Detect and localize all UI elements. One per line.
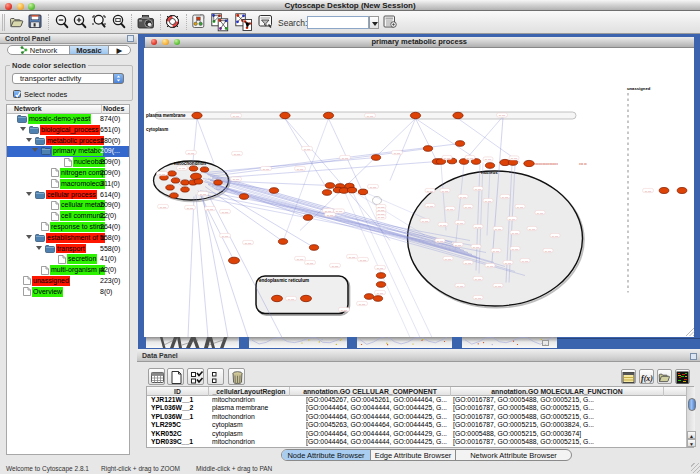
svg-text:xx xxx: xx xxx	[341, 308, 348, 311]
svg-text:xx xxx: xx xxx	[495, 227, 502, 230]
svg-text:xx xxx: xx xxx	[427, 189, 434, 192]
svg-text:xx xxx: xx xxx	[222, 210, 229, 213]
svg-text:xx xxx: xx xxx	[487, 264, 494, 267]
svg-text:xx xxx: xx xxx	[495, 284, 502, 287]
svg-text:xx xxx: xx xxx	[442, 189, 449, 192]
svg-text:xx xxx: xx xxx	[517, 205, 524, 208]
svg-text:plasma membrane: plasma membrane	[146, 113, 186, 118]
svg-text:xx xxx: xx xxx	[377, 291, 384, 294]
svg-text:xx xxx: xx xxx	[455, 243, 462, 246]
svg-text:xx xxx: xx xxx	[485, 199, 492, 202]
svg-text:xx xxx: xx xxx	[467, 156, 474, 159]
svg-text:xx xxx: xx xxx	[342, 156, 349, 159]
svg-text:xx xxx: xx xxx	[200, 192, 207, 195]
svg-text:xx xxx: xx xxx	[499, 114, 506, 117]
svg-text:xx xxx: xx xxx	[473, 245, 480, 248]
svg-text:xx xxx: xx xxx	[475, 277, 482, 280]
svg-text:xx xxx: xx xxx	[485, 158, 492, 161]
svg-text:xx xxx: xx xxx	[505, 261, 512, 264]
svg-text:xx xxx: xx xxx	[465, 205, 472, 208]
svg-text:f(x): f(x)	[641, 374, 653, 383]
svg-text:xx xxx: xx xxx	[529, 227, 536, 230]
svg-text:xx xxx: xx xxx	[222, 234, 229, 237]
svg-text:xx xxx: xx xxx	[187, 206, 194, 209]
svg-text:xx xxx: xx xxx	[360, 258, 367, 261]
svg-text:xx xxx: xx xxx	[332, 264, 339, 267]
svg-text:xx xxx: xx xxx	[263, 167, 270, 170]
svg-text:xx xxx: xx xxx	[552, 234, 559, 237]
svg-text:xx xxx: xx xxx	[160, 205, 167, 208]
svg-text:xx xxx: xx xxx	[349, 255, 356, 258]
svg-text:xx xxx: xx xxx	[179, 167, 186, 170]
svg-text:xx xxx: xx xxx	[522, 259, 529, 262]
svg-text:xxxxxxxxxxxxxxxxx: xxxxxxxxxxxxxxxxx	[534, 161, 558, 165]
svg-text:xx xxx: xx xxx	[511, 157, 518, 160]
svg-text:xx xxx: xx xxx	[645, 189, 652, 192]
svg-text:xx xxx: xx xxx	[233, 178, 240, 181]
svg-text:xx xxx: xx xxx	[327, 213, 334, 216]
svg-text:xx xxx: xx xxx	[233, 114, 240, 117]
svg-text:cytoplasm: cytoplasm	[146, 126, 168, 131]
svg-text:xx xxx: xx xxx	[437, 239, 444, 242]
svg-text:xx xxx: xx xxx	[304, 147, 311, 150]
svg-text:xx xxx: xx xxx	[245, 241, 252, 244]
svg-text:mitochondrion: mitochondrion	[174, 160, 206, 165]
svg-text:xx xxx: xx xxx	[307, 261, 314, 264]
svg-text:xx xxx: xx xxx	[475, 225, 482, 228]
svg-text:unassigned: unassigned	[627, 85, 651, 90]
svg-text:xx xxx: xx xxx	[545, 249, 552, 252]
svg-text:xx xxx: xx xxx	[465, 261, 472, 264]
svg-text:xx xxx: xx xxx	[336, 210, 343, 213]
svg-text:xx xxx: xx xxx	[207, 207, 214, 210]
svg-text:xx xxx: xx xxx	[493, 249, 500, 252]
svg-text:xx xxx: xx xxx	[457, 221, 464, 224]
svg-text:xx xxx: xx xxx	[378, 216, 385, 219]
svg-text:xx xxx: xx xxx	[367, 114, 374, 117]
svg-text:xx xxx: xx xxx	[457, 284, 464, 287]
svg-text:xx xxx: xx xxx	[297, 167, 304, 170]
svg-text:xxx xx: xxx xx	[579, 161, 587, 165]
svg-text:xx xxx: xx xxx	[460, 195, 467, 198]
svg-text:xx xxx: xx xxx	[445, 257, 452, 260]
svg-text:xx xxx: xx xxx	[359, 302, 366, 305]
svg-text:xx xxx: xx xxx	[440, 223, 447, 226]
svg-text:xx xxx: xx xxx	[502, 195, 509, 198]
svg-text:xx xxx: xx xxx	[444, 156, 451, 159]
svg-text:xx xxx: xx xxx	[422, 219, 429, 222]
svg-text:xx xxx: xx xxx	[475, 187, 482, 190]
svg-text:xx xxx: xx xxx	[370, 185, 377, 188]
svg-text:xx xxx: xx xxx	[377, 266, 384, 269]
svg-text:xx xxx: xx xxx	[188, 151, 195, 154]
svg-text:xx xxx: xx xxx	[234, 152, 241, 155]
svg-text:xx xxx: xx xxx	[394, 151, 401, 154]
svg-text:xx xxx: xx xxx	[297, 257, 304, 260]
svg-text:endoplasmic reticulum: endoplasmic reticulum	[259, 278, 309, 283]
svg-text:xx xxx: xx xxx	[509, 217, 516, 220]
svg-text:xx xxx: xx xxx	[512, 231, 519, 234]
svg-text:xx xxx: xx xxx	[159, 172, 166, 175]
svg-text:xx xxx: xx xxx	[537, 211, 544, 214]
svg-text:xx xxx: xx xxx	[427, 204, 434, 207]
svg-text:xx xxx: xx xxx	[447, 207, 454, 210]
svg-text:xx xxx: xx xxx	[512, 247, 519, 250]
svg-text:xx xxx: xx xxx	[288, 297, 295, 300]
svg-text:xx xxx: xx xxx	[475, 296, 482, 299]
